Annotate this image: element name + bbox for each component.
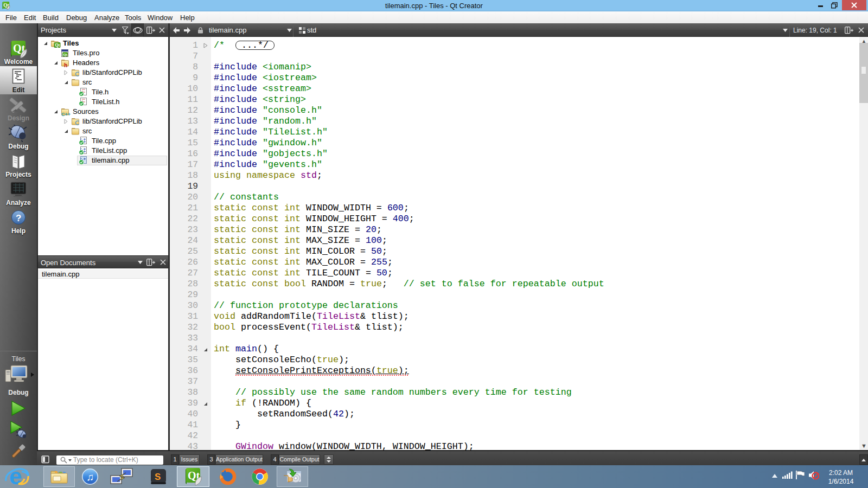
svg-text:?: ?	[16, 213, 21, 223]
svg-text:♫: ♫	[86, 471, 94, 483]
svg-text:C++: C++	[61, 112, 71, 117]
svg-text:Qt: Qt	[55, 43, 60, 48]
svg-text:Qt: Qt	[63, 53, 68, 57]
svg-text:h: h	[64, 62, 67, 68]
svg-text:S: S	[155, 472, 161, 482]
